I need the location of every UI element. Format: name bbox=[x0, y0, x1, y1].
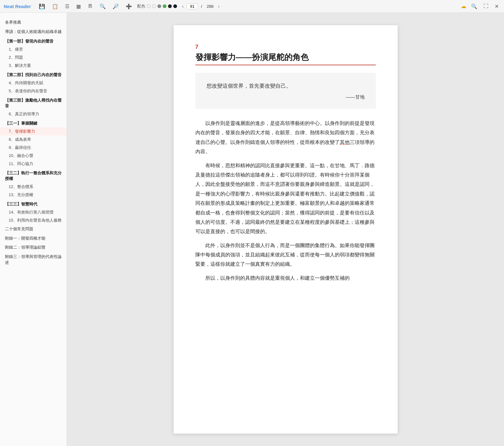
sidebar-item-app2[interactable]: 附錄一：開發四種才能 bbox=[0, 234, 67, 243]
page-input[interactable] bbox=[187, 3, 198, 9]
sidebar-item-intro[interactable]: 導讀：從個人效能邁向組織卓越 bbox=[0, 27, 67, 36]
color-label: 配色 bbox=[137, 3, 145, 9]
quote-author: ——甘地 bbox=[207, 94, 365, 100]
sidebar-item-app3[interactable]: 附錄二：領導理論綜覽 bbox=[0, 243, 67, 252]
sidebar-item-ch5[interactable]: 5、表達你的內在聲音 bbox=[0, 87, 67, 95]
paragraph-4: 所以，以身作則的具體內容就是重視個人，和建立一個優勢互補的 bbox=[195, 274, 376, 283]
page-navigation: ‹ / 288 › bbox=[181, 3, 221, 9]
total-pages: 288 bbox=[205, 3, 215, 9]
copy-icon[interactable]: 📋 bbox=[50, 2, 60, 10]
color-section: 配色 bbox=[137, 3, 177, 9]
fullscreen-icon[interactable]: ⛶ bbox=[482, 2, 490, 10]
underlined-text: 其他 bbox=[340, 140, 350, 145]
sidebar-item-ch6[interactable]: 6、真正的領導力 bbox=[0, 110, 67, 118]
prev-page-button[interactable]: ‹ bbox=[181, 3, 185, 9]
chapter-title: 發揮影響力——扮演尾舵的角色 bbox=[195, 52, 376, 63]
sidebar-item-part1[interactable]: 【第一部】發現內在的聲音 bbox=[0, 36, 67, 45]
paragraph-3: 此外，以身作則並不是個人行為，而是一個團體的集體行為。如果你能發揮團隊中每個成員… bbox=[195, 241, 376, 269]
next-page-button[interactable]: › bbox=[217, 3, 221, 9]
sidebar-item-part2[interactable]: 【第二部】找到自己內在的聲音 bbox=[0, 70, 67, 79]
search1-icon[interactable]: 🔍 bbox=[98, 2, 107, 10]
sidebar-item-ch13[interactable]: 13、充分授權 bbox=[0, 191, 67, 199]
sidebar-item-app4[interactable]: 附錄三：領導與管理的代表性論述 bbox=[0, 252, 67, 267]
sidebar-item-ch4[interactable]: 4、尚待開發的天賦 bbox=[0, 79, 67, 87]
color-dot-4[interactable] bbox=[163, 4, 166, 8]
menu-icon[interactable]: ☰ bbox=[63, 2, 71, 10]
sidebar-item-ch9[interactable]: 9、贏得信任 bbox=[0, 144, 67, 152]
color-dot-1[interactable] bbox=[147, 4, 151, 8]
right-toolbar: ☁ 🔍 ⛶ ✕ bbox=[461, 2, 500, 10]
paragraphs-container: 以身作則是靈魂層面的進步，是提高領導藝術的中心。以身作則的前提是發現內在的聲音，… bbox=[195, 119, 376, 283]
sidebar-item-ch10[interactable]: 10、融合心聲 bbox=[0, 152, 67, 160]
topbar: Neat Reader 💾 📋 ☰ ▦ 🖹 🔍 🔎 ➕ 配色 ‹ / 288 ›… bbox=[0, 0, 504, 13]
sidebar-item-ch12[interactable]: 12、整合體系 bbox=[0, 183, 67, 191]
chapter-divider bbox=[195, 65, 376, 65]
sidebar-item-ch3[interactable]: 3、解決方案 bbox=[0, 62, 67, 70]
color-dot-5[interactable] bbox=[168, 4, 172, 8]
sidebar-item-rec[interactable]: 各界推薦 bbox=[0, 18, 67, 27]
quote-block: 想改變這個世界，首先要改變自己。 ——甘地 bbox=[195, 73, 376, 109]
color-dot-6[interactable] bbox=[173, 4, 177, 8]
doc-icon[interactable]: 🖹 bbox=[86, 2, 94, 10]
sidebar-item-ch15[interactable]: 15、利用內在聲音為他人服務 bbox=[0, 216, 67, 224]
sidebar-item-ch1[interactable]: 1、痛苦 bbox=[0, 45, 67, 53]
color-dot-3[interactable] bbox=[157, 4, 161, 8]
close-icon[interactable]: ✕ bbox=[493, 2, 500, 10]
sidebar-item-part33[interactable]: 【三三】智慧時代 bbox=[0, 199, 67, 208]
quote-text: 想改變這個世界，首先要改變自己。 bbox=[207, 81, 365, 91]
paragraph-1: 以身作則是靈魂層面的進步，是提高領導藝術的中心。以身作則的前提是發現內在的聲音，… bbox=[195, 119, 376, 157]
paragraph-2: 有時候，思想和精神的認同比直接參與更重要。這一點，在甘地、馬丁．路德及曼德拉這些… bbox=[195, 161, 376, 237]
sidebar-item-ch8[interactable]: 8、成為表率 bbox=[0, 136, 67, 144]
sidebar-item-ch11[interactable]: 11、同心協力 bbox=[0, 160, 67, 168]
cloud-icon[interactable]: ☁ bbox=[461, 3, 466, 10]
main-layout: 各界推薦導讀：從個人效能邁向組織卓越【第一部】發現內在的聲音1、痛苦2、問題3、… bbox=[0, 13, 504, 446]
color-dot-2[interactable] bbox=[152, 4, 156, 8]
sidebar-item-app1[interactable]: 二十個常見問題 bbox=[0, 224, 67, 234]
sidebar-item-ch14[interactable]: 14、有效執行第八個習慣 bbox=[0, 208, 67, 216]
grid-icon[interactable]: ▦ bbox=[75, 2, 82, 10]
app-title: Neat Reader bbox=[4, 4, 31, 9]
sidebar: 各界推薦導讀：從個人效能邁向組織卓越【第一部】發現內在的聲音1、痛苦2、問題3、… bbox=[0, 13, 67, 446]
plus-icon[interactable]: ➕ bbox=[124, 2, 133, 10]
sidebar-item-part32[interactable]: 【三二】執行一整合體系和充分授權 bbox=[0, 168, 67, 183]
search2-icon[interactable]: 🔎 bbox=[111, 2, 120, 10]
save-icon[interactable]: 💾 bbox=[37, 2, 47, 10]
sidebar-item-part31[interactable]: 【三一】掌握關鍵 bbox=[0, 118, 67, 127]
book-page: 7 發揮影響力——扮演尾舵的角色 想改變這個世界，首先要改變自己。 ——甘地 以… bbox=[174, 25, 398, 434]
search-right-icon[interactable]: 🔍 bbox=[469, 2, 479, 10]
sidebar-item-ch2[interactable]: 2、問題 bbox=[0, 53, 67, 62]
sidebar-item-ch7[interactable]: 7、發揮影響力 bbox=[0, 127, 67, 136]
reading-area: 7 發揮影響力——扮演尾舵的角色 想改變這個世界，首先要改變自己。 ——甘地 以… bbox=[67, 13, 504, 446]
page-separator: / bbox=[199, 3, 204, 9]
chapter-number: 7 bbox=[195, 44, 376, 50]
sidebar-item-part3[interactable]: 【第三部】激勵他人尋找內在聲音 bbox=[0, 95, 67, 110]
